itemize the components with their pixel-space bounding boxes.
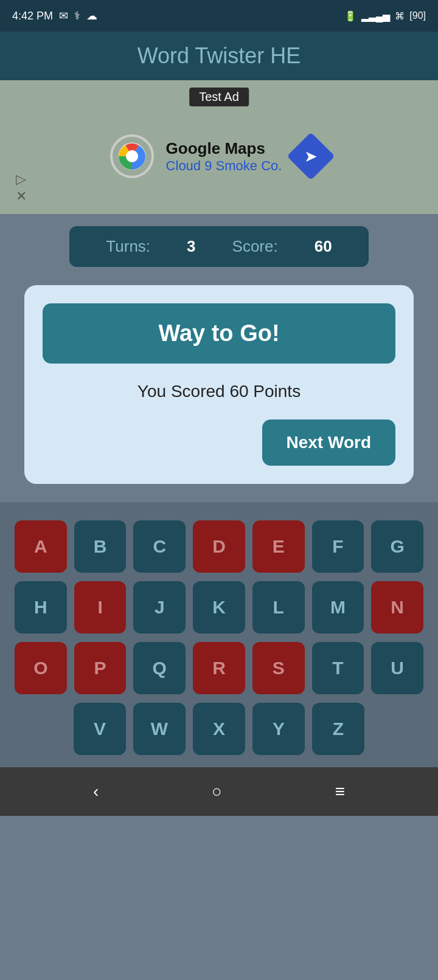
key-N[interactable]: N	[371, 581, 423, 633]
app-header: Word Twister HE	[0, 32, 438, 80]
home-button[interactable]: ○	[200, 776, 234, 807]
key-P[interactable]: P	[74, 642, 127, 694]
key-L[interactable]: L	[252, 581, 305, 633]
key-F[interactable]: F	[312, 520, 364, 573]
app-title: Word Twister HE	[137, 43, 301, 69]
time-display: 4:42 PM	[12, 10, 53, 22]
key-O[interactable]: O	[15, 642, 67, 694]
score-label: Score:	[232, 237, 278, 256]
ad-close-icon[interactable]: ✕	[16, 188, 27, 204]
ad-subtitle: Cloud 9 Smoke Co.	[166, 158, 282, 174]
key-B[interactable]: B	[74, 520, 127, 573]
keyboard-row-4: V W X Y Z	[15, 703, 423, 755]
keyboard-row-2: H I J K L M N	[15, 581, 423, 633]
turns-value: 3	[187, 237, 195, 256]
key-V[interactable]: V	[74, 703, 126, 755]
ad-company-name: Google Maps	[166, 139, 282, 158]
vibrate-icon: 🔋	[344, 10, 356, 22]
next-word-button[interactable]: Next Word	[262, 419, 396, 466]
dialog-container: Way to Go! You Scored 60 Points Next Wor…	[0, 279, 438, 502]
nav-bar: ‹ ○ ≡	[0, 767, 438, 816]
dialog-score-text: You Scored 60 Points	[43, 382, 395, 401]
key-J[interactable]: J	[133, 581, 186, 633]
status-bar-left: 4:42 PM ✉ ⚕ ☁	[12, 9, 97, 22]
dialog-header-text: Way to Go!	[158, 320, 279, 346]
key-H[interactable]: H	[15, 581, 67, 633]
success-dialog: Way to Go! You Scored 60 Points Next Wor…	[24, 285, 414, 484]
key-D[interactable]: D	[193, 520, 245, 573]
key-D-placeholder[interactable]: A	[15, 520, 67, 573]
keyboard-row-3: O P Q R S T U	[15, 642, 423, 694]
score-value: 60	[315, 237, 332, 256]
key-X[interactable]: X	[193, 703, 245, 755]
ad-nav-icon[interactable]: ➤	[287, 132, 335, 180]
status-bar-right: 🔋 ▂▃▄▅ ⌘ [90]	[344, 10, 426, 22]
back-button[interactable]: ‹	[81, 776, 111, 807]
keyboard-container: A B C D E F G H I J K L M N O P Q R S T …	[0, 502, 438, 767]
dialog-actions: Next Word	[43, 419, 395, 466]
key-I[interactable]: I	[74, 581, 127, 633]
key-Z[interactable]: Z	[312, 703, 364, 755]
keyboard-row-1: A B C D E F G	[15, 520, 423, 573]
key-G[interactable]: G	[371, 520, 423, 573]
key-T[interactable]: T	[312, 642, 364, 694]
key-Q[interactable]: Q	[133, 642, 186, 694]
key-W[interactable]: W	[133, 703, 186, 755]
ad-logo	[110, 134, 154, 178]
ad-banner[interactable]: Test Ad Google Maps Cloud 9 Smoke Co. ➤ …	[0, 80, 438, 214]
key-U[interactable]: U	[371, 642, 423, 694]
wifi-icon: ⌘	[395, 10, 405, 22]
menu-button[interactable]: ≡	[323, 776, 357, 807]
score-bar-container: Turns: 3 Score: 60	[0, 214, 438, 279]
turns-label: Turns:	[106, 237, 150, 256]
key-K[interactable]: K	[193, 581, 245, 633]
key-S[interactable]: S	[252, 642, 305, 694]
dialog-header: Way to Go!	[43, 303, 395, 364]
ad-label: Test Ad	[189, 88, 249, 106]
key-R[interactable]: R	[193, 642, 245, 694]
ad-content: Google Maps Cloud 9 Smoke Co. ➤	[86, 134, 353, 178]
score-bar: Turns: 3 Score: 60	[69, 226, 368, 267]
cloud-icon: ☁	[86, 9, 97, 22]
key-E[interactable]: E	[252, 520, 305, 573]
ad-play-icon[interactable]: ▷	[16, 171, 26, 187]
ad-text-area: Google Maps Cloud 9 Smoke Co.	[166, 139, 282, 174]
svg-point-1	[126, 150, 138, 162]
battery-indicator: [90]	[409, 10, 426, 21]
usb-icon: ⚕	[74, 9, 80, 22]
status-bar: 4:42 PM ✉ ⚕ ☁ 🔋 ▂▃▄▅ ⌘ [90]	[0, 0, 438, 32]
key-M[interactable]: M	[312, 581, 364, 633]
key-C[interactable]: C	[133, 520, 186, 573]
whatsapp-icon: ✉	[59, 9, 68, 22]
signal-icon: ▂▃▄▅	[361, 10, 390, 22]
key-Y[interactable]: Y	[252, 703, 305, 755]
